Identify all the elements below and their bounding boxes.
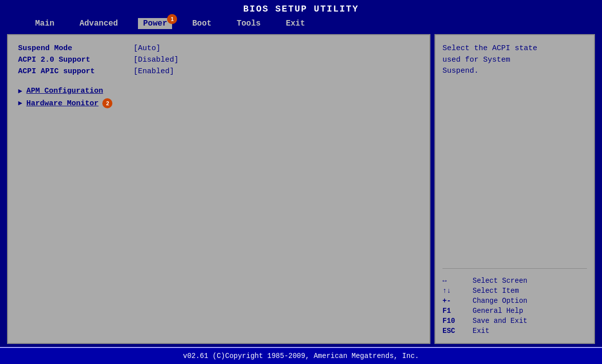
keybind-key-4: F10 (442, 317, 468, 325)
keybind-desc-2: Change Option (473, 297, 527, 305)
left-panel: Suspend Mode[Auto]ACPI 2.0 Support[Disab… (7, 34, 430, 344)
footer-text: v02.61 (C)Copyright 1985-2009, American … (183, 352, 419, 360)
nav-item-exit[interactable]: Exit (281, 18, 310, 29)
setting-row-acpi-2-support[interactable]: ACPI 2.0 Support[Disabled] (18, 56, 419, 64)
setting-value-acpi-2-support: [Disabled] (133, 56, 179, 64)
keybind-row-5: ESCExit (442, 327, 587, 335)
setting-row-acpi-apic-support[interactable]: ACPI APIC support[Enabled] (18, 67, 419, 76)
keybind-desc-0: Select Screen (473, 277, 527, 285)
setting-label-acpi-apic-support: ACPI APIC support (18, 67, 128, 76)
submenu-arrow-hardware-monitor: ► (18, 99, 22, 107)
keybind-row-4: F10Save and Exit (442, 317, 587, 325)
spacer (18, 79, 419, 84)
nav-item-main[interactable]: Main (30, 18, 59, 29)
right-panel: Select the ACPI state used for System Su… (434, 34, 595, 344)
keybind-key-3: F1 (442, 307, 468, 315)
keybind-row-3: F1General Help (442, 307, 587, 315)
keybind-key-0: ↔ (442, 277, 468, 285)
nav-item-power[interactable]: Power1 (138, 18, 172, 29)
submenu-hardware-monitor[interactable]: ►Hardware Monitor2 (18, 98, 419, 108)
help-line2: used for System (442, 55, 587, 66)
nav-item-advanced[interactable]: Advanced (74, 18, 123, 29)
keybindings: ↔Select Screen↑↓Select Item+-Change Opti… (442, 277, 587, 335)
keybind-key-1: ↑↓ (442, 287, 468, 295)
main-content: Suspend Mode[Auto]ACPI 2.0 Support[Disab… (0, 31, 602, 347)
bios-title: BIOS SETUP UTILITY (243, 4, 359, 14)
submenu-label-hardware-monitor: Hardware Monitor (26, 99, 98, 108)
divider (442, 268, 587, 269)
keybind-desc-4: Save and Exit (473, 317, 527, 325)
help-line1: Select the ACPI state (442, 43, 587, 55)
submenu-badge-hardware-monitor: 2 (102, 98, 112, 108)
keybind-row-2: +-Change Option (442, 297, 587, 305)
nav-badge-power: 1 (167, 14, 177, 24)
help-line3: Suspend. (442, 66, 587, 77)
setting-label-suspend-mode: Suspend Mode (18, 44, 128, 53)
help-text: Select the ACPI state used for System Su… (442, 43, 587, 77)
keybind-desc-5: Exit (473, 327, 490, 335)
footer: v02.61 (C)Copyright 1985-2009, American … (0, 347, 602, 364)
keybind-key-5: ESC (442, 327, 468, 335)
keybind-key-2: +- (442, 297, 468, 305)
setting-value-suspend-mode: [Auto] (133, 44, 161, 53)
keybind-row-1: ↑↓Select Item (442, 287, 587, 295)
title-bar: BIOS SETUP UTILITY (0, 0, 602, 16)
nav-item-boot[interactable]: Boot (187, 18, 216, 29)
keybind-desc-1: Select Item (473, 287, 519, 295)
submenu-label-apm-config: APM Configuration (26, 87, 103, 95)
nav-bar: MainAdvancedPower1BootToolsExit (0, 16, 602, 31)
setting-value-acpi-apic-support: [Enabled] (133, 67, 174, 76)
keybind-row-0: ↔Select Screen (442, 277, 587, 285)
nav-item-tools[interactable]: Tools (232, 18, 266, 29)
submenu-apm-config[interactable]: ►APM Configuration (18, 87, 419, 95)
keybind-desc-3: General Help (473, 307, 523, 315)
setting-label-acpi-2-support: ACPI 2.0 Support (18, 56, 128, 64)
setting-row-suspend-mode[interactable]: Suspend Mode[Auto] (18, 44, 419, 53)
submenu-arrow-apm-config: ► (18, 87, 22, 95)
settings-list: Suspend Mode[Auto]ACPI 2.0 Support[Disab… (18, 44, 419, 334)
